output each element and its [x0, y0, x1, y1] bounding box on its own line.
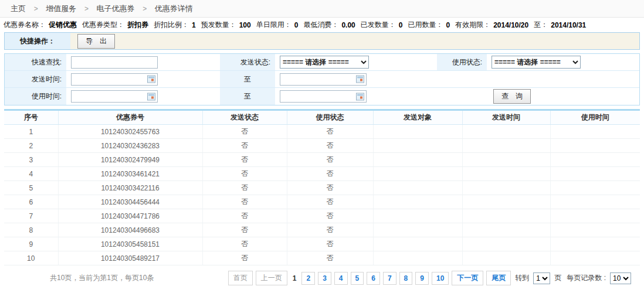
column-header: 发送对象 [373, 110, 462, 125]
column-header: 序号 [4, 110, 58, 125]
search-button[interactable]: 查 询 [493, 89, 531, 104]
use-time-cell [550, 251, 640, 265]
send-time-cell [462, 139, 550, 153]
breadcrumb-home[interactable]: 主页 [11, 4, 26, 13]
coupon-info-item: 最低消费：0.00 [303, 20, 355, 30]
send-target-cell [373, 125, 462, 139]
coupon-info-label: 折扣比例： [154, 20, 189, 30]
breadcrumb: 主页 > 增值服务 > 电子优惠券 > 优惠券详情 [0, 0, 644, 18]
goto-label: 转到 [515, 273, 529, 283]
page-link-9[interactable]: 9 [415, 272, 429, 285]
calendar-icon[interactable] [356, 76, 364, 83]
breadcrumb-e-coupon[interactable]: 电子优惠券 [97, 4, 135, 13]
coupon-info-item: 预发数量：100 [201, 20, 251, 30]
coupon-info-label: 优惠券类型： [82, 20, 124, 30]
coupon-info-label: 有效期限： [455, 20, 490, 30]
table-header-row: 序号优惠券号发送状态使用状态发送对象发送时间使用时间 [4, 110, 640, 125]
send-time-label: 发送时间: [5, 71, 66, 87]
coupon-no-cell: 101240305489217 [58, 251, 202, 265]
send-time-cell [462, 167, 550, 181]
coupon-info-label: 预发数量： [201, 20, 236, 30]
prev-page-button[interactable]: 上一页 [256, 271, 287, 285]
page-link-4[interactable]: 4 [334, 272, 348, 285]
row-index-cell: 7 [4, 209, 58, 223]
send-status-cell: 否 [202, 167, 287, 181]
send-target-cell [373, 223, 462, 237]
page-link-6[interactable]: 6 [367, 272, 380, 285]
coupon-info-item: 折扣比例：1 [154, 20, 196, 30]
use-time-cell [550, 139, 640, 153]
page-link-10[interactable]: 10 [432, 272, 449, 285]
send-status-cell: 否 [202, 139, 287, 153]
table-row: 8101240304496683否否 [4, 223, 640, 237]
use-time-label: 使用时间: [5, 88, 66, 105]
coupon-info-item: 单日限用：0 [256, 20, 299, 30]
next-page-button[interactable]: 下一页 [452, 271, 483, 285]
page-link-5[interactable]: 5 [351, 272, 364, 285]
send-target-cell [373, 195, 462, 209]
use-time-from-input[interactable] [71, 90, 158, 103]
use-time-cell [550, 223, 640, 237]
use-status-cell: 否 [287, 209, 373, 223]
coupon-info-item: 至：2014/10/31 [534, 20, 586, 30]
table-row: 5101240303422116否否 [4, 181, 640, 195]
filter-panel: 快速查找: 发送状态: ===== 请选择 ===== 使用状态: ===== … [4, 53, 640, 105]
send-status-select[interactable]: ===== 请选择 ===== [280, 56, 369, 69]
table-row: 9101240305458151否否 [4, 237, 640, 251]
page-link-2[interactable]: 2 [301, 272, 315, 285]
coupon-no-cell: 101240303461421 [58, 167, 202, 181]
send-time-cell [462, 251, 550, 265]
breadcrumb-value-added-services[interactable]: 增值服务 [46, 4, 76, 13]
filter-empty-cell [437, 71, 639, 87]
row-index-cell: 8 [4, 223, 58, 237]
send-status-cell: 否 [202, 195, 287, 209]
coupon-info-value: 折扣券 [127, 20, 148, 30]
use-status-select[interactable]: ===== 请选择 ===== [492, 56, 581, 69]
calendar-icon[interactable] [147, 93, 155, 100]
column-header: 优惠券号 [58, 110, 202, 125]
coupon-info-label: 已用数量： [408, 20, 443, 30]
send-time-from-input[interactable] [71, 73, 158, 86]
coupon-info-label: 最低消费： [303, 20, 338, 30]
use-status-cell: 否 [287, 195, 373, 209]
send-time-cell [462, 237, 550, 251]
send-time-to-label: 至 [220, 71, 275, 87]
use-time-to-label: 至 [220, 88, 275, 105]
per-page-label: 每页记录数 : [567, 273, 606, 283]
coupon-info-value: 促销优惠 [49, 20, 77, 30]
page-link-8[interactable]: 8 [399, 272, 413, 285]
breadcrumb-coupon-details: 优惠券详情 [155, 4, 193, 13]
row-index-cell: 9 [4, 237, 58, 251]
use-status-cell: 否 [287, 125, 373, 139]
page-link-7[interactable]: 7 [383, 272, 396, 285]
coupon-info-item: 优惠券类型：折扣券 [82, 20, 148, 30]
export-button[interactable]: 导 出 [77, 34, 115, 49]
send-time-to-input[interactable] [280, 73, 367, 86]
page-link-3[interactable]: 3 [318, 272, 331, 285]
use-time-cell [550, 153, 640, 167]
first-page-button[interactable]: 首页 [228, 271, 253, 285]
calendar-icon[interactable] [147, 76, 155, 83]
column-header: 发送时间 [462, 110, 550, 125]
coupon-table: 序号优惠券号发送状态使用状态发送对象发送时间使用时间 1101240302455… [4, 109, 640, 265]
send-target-cell [373, 209, 462, 223]
use-time-to-input[interactable] [280, 90, 367, 103]
per-page-select[interactable]: 10 [610, 272, 631, 284]
send-target-cell [373, 167, 462, 181]
send-time-cell [462, 223, 550, 237]
coupon-info-label: 单日限用： [256, 20, 292, 30]
last-page-button[interactable]: 尾页 [486, 271, 511, 285]
table-row: 1101240302455763否否 [4, 125, 640, 139]
quick-search-input[interactable] [71, 56, 158, 69]
send-status-cell: 否 [202, 153, 287, 167]
breadcrumb-separator: > [143, 5, 147, 13]
breadcrumb-separator: > [84, 5, 89, 13]
goto-page-select[interactable]: 1 [533, 272, 550, 284]
quick-action-bar: 快捷操作： 导 出 [4, 32, 640, 50]
table-row: 7101240304471786否否 [4, 209, 640, 223]
send-status-cell: 否 [202, 209, 287, 223]
coupon-no-cell: 101240304471786 [58, 209, 202, 223]
send-time-cell [462, 153, 550, 167]
calendar-icon[interactable] [356, 93, 364, 100]
row-index-cell: 10 [4, 251, 58, 265]
